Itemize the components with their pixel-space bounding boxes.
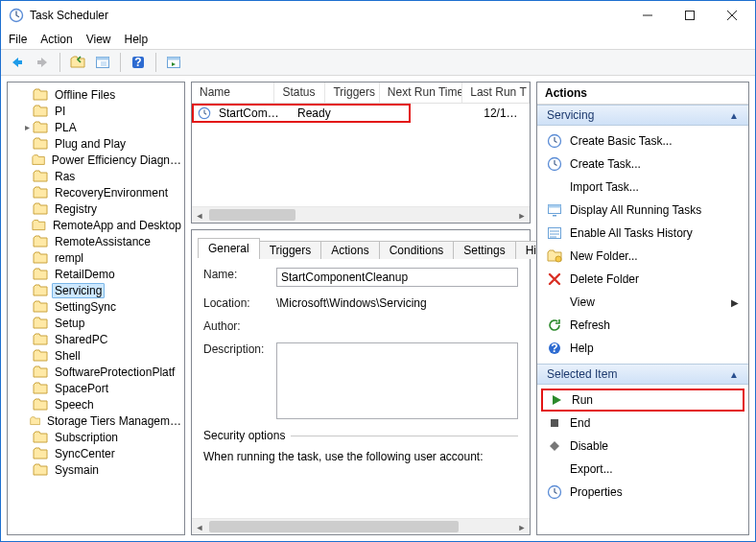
tree-item[interactable]: Sysmain: [8, 461, 184, 478]
tree-item[interactable]: SharedPC: [8, 331, 184, 347]
action-item[interactable]: View▶: [541, 291, 744, 314]
view-options-button[interactable]: [92, 52, 113, 73]
svg-rect-3: [97, 58, 109, 60]
task-details-panel: General Triggers Actions Conditions Sett…: [191, 229, 531, 535]
scroll-left-icon[interactable]: ◄: [192, 519, 207, 535]
tab-conditions[interactable]: Conditions: [379, 241, 455, 259]
tree-item-label: Speech: [52, 398, 97, 412]
tree-item[interactable]: Subscription: [8, 429, 184, 445]
tree-item[interactable]: Registry: [8, 200, 184, 217]
collapse-icon[interactable]: ▲: [729, 110, 739, 121]
minimize-button[interactable]: [626, 2, 669, 29]
tree-item[interactable]: Storage Tiers Managem…: [8, 412, 184, 429]
description-field[interactable]: [276, 342, 518, 419]
tree-item[interactable]: SoftwareProtectionPlatf: [8, 364, 184, 380]
tree-item[interactable]: RecoveryEnvironment: [8, 184, 184, 200]
tree-panel[interactable]: Offline FilesPI▸PLAPlug and PlayPower Ef…: [7, 82, 185, 535]
action-item[interactable]: Import Task...: [541, 176, 744, 199]
menu-file[interactable]: File: [9, 33, 27, 46]
end-icon: [547, 415, 562, 431]
tree-item[interactable]: Shell: [8, 347, 184, 364]
action-item[interactable]: Export...: [541, 458, 744, 481]
action-item[interactable]: Refresh: [541, 314, 744, 337]
tree-item[interactable]: Ras: [8, 168, 184, 184]
task-list-header[interactable]: NameStatusTriggersNext Run TimeLast Run …: [192, 82, 530, 104]
tree-item-label: Sysmain: [52, 463, 102, 477]
maximize-button[interactable]: [669, 2, 711, 29]
action-item[interactable]: Run: [541, 389, 744, 412]
enable-icon: [547, 225, 562, 241]
action-item[interactable]: Display All Running Tasks: [541, 199, 744, 222]
tree-item[interactable]: SyncCenter: [8, 445, 184, 461]
task-list-body[interactable]: StartCompo…Ready12/19/201: [192, 104, 530, 206]
tree-item[interactable]: Servicing: [8, 282, 184, 298]
action-item[interactable]: Enable All Tasks History: [541, 222, 744, 245]
tab-settings[interactable]: Settings: [453, 241, 515, 259]
action-item[interactable]: Properties: [541, 481, 744, 504]
newfolder-icon: [547, 248, 562, 264]
tree-item[interactable]: rempl: [8, 249, 184, 266]
details-scrollbar[interactable]: ◄ ►: [192, 518, 530, 534]
task-list-panel: NameStatusTriggersNext Run TimeLast Run …: [191, 82, 531, 224]
tree-item-label: SettingSync: [52, 300, 119, 314]
action-item[interactable]: New Folder...: [541, 245, 744, 268]
title-bar: Task Scheduler: [1, 1, 755, 30]
scroll-thumb[interactable]: [209, 521, 459, 532]
action-label: Help: [570, 342, 594, 355]
tree-item[interactable]: SpacePort: [8, 380, 184, 396]
scroll-left-icon[interactable]: ◄: [192, 207, 207, 224]
task-status: Ready: [290, 106, 347, 120]
action-item[interactable]: Delete Folder: [541, 268, 744, 291]
collapse-icon[interactable]: ▲: [729, 369, 739, 380]
menu-view[interactable]: View: [86, 33, 111, 46]
tab-general[interactable]: General: [198, 238, 260, 258]
tree-item[interactable]: RemoteAssistance: [8, 233, 184, 249]
back-button[interactable]: [7, 52, 28, 73]
close-button[interactable]: [711, 2, 753, 29]
task-list-scrollbar[interactable]: ◄ ►: [192, 206, 530, 223]
name-field[interactable]: [276, 268, 518, 287]
column-header[interactable]: Name: [192, 82, 274, 103]
scroll-thumb[interactable]: [209, 209, 295, 221]
column-header[interactable]: Next Run Time: [380, 82, 462, 103]
tree-item[interactable]: ▸PLA: [8, 119, 184, 135]
tab-actions[interactable]: Actions: [320, 241, 379, 259]
actions-group-servicing[interactable]: Servicing ▲: [537, 105, 748, 126]
tree-item[interactable]: RemoteApp and Desktop: [8, 217, 184, 233]
tree-item[interactable]: RetailDemo: [8, 266, 184, 282]
scroll-right-icon[interactable]: ►: [514, 519, 530, 535]
action-item[interactable]: End: [541, 412, 744, 435]
tree-item-label: Setup: [52, 317, 87, 330]
scroll-right-icon[interactable]: ►: [514, 207, 530, 224]
run-options-button[interactable]: [163, 52, 184, 73]
tree-item[interactable]: Speech: [8, 396, 184, 412]
tree-item-label: Subscription: [52, 431, 121, 444]
expand-icon[interactable]: ▸: [21, 122, 33, 132]
menu-action[interactable]: Action: [40, 33, 72, 46]
action-label: View: [570, 295, 595, 309]
column-header[interactable]: Triggers: [325, 82, 379, 103]
column-header[interactable]: Last Run T: [462, 82, 530, 103]
action-item[interactable]: Disable: [541, 435, 744, 458]
security-options-label: Security options: [203, 429, 291, 442]
tree-item[interactable]: Plug and Play: [8, 135, 184, 152]
action-item[interactable]: Create Basic Task...: [541, 130, 744, 153]
menu-help[interactable]: Help: [125, 33, 149, 46]
up-button[interactable]: [67, 52, 88, 73]
tree-item[interactable]: Power Efficiency Diagn…: [8, 152, 184, 168]
action-item[interactable]: Create Task...: [541, 153, 744, 176]
column-header[interactable]: Status: [274, 82, 325, 103]
task-row[interactable]: StartCompo…Ready12/19/201: [192, 104, 530, 123]
tree-item[interactable]: Offline Files: [8, 86, 184, 103]
tree-item[interactable]: PI: [8, 103, 184, 119]
actions-group-selected[interactable]: Selected Item ▲: [537, 364, 748, 385]
forward-button[interactable]: [32, 52, 53, 73]
tab-triggers[interactable]: Triggers: [259, 241, 322, 259]
action-label: Display All Running Tasks: [570, 203, 701, 217]
tree-item[interactable]: Setup: [8, 315, 184, 331]
help-button[interactable]: ?: [128, 52, 149, 73]
action-item[interactable]: ?Help: [541, 337, 744, 360]
author-label: Author:: [203, 319, 276, 333]
tree-item[interactable]: SettingSync: [8, 298, 184, 315]
task-last-run: 12/19/201: [476, 106, 530, 120]
